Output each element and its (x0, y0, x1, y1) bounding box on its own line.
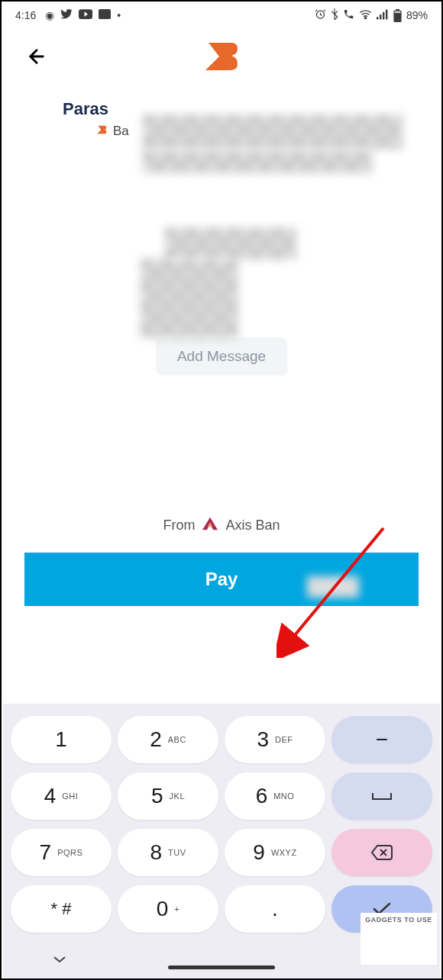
key-5[interactable]: 5JKL (118, 772, 218, 820)
svg-rect-5 (380, 15, 381, 19)
collapse-keyboard-icon[interactable] (52, 950, 67, 968)
key-8[interactable]: 8TUV (118, 829, 218, 876)
wifi-icon (359, 9, 372, 21)
blur-overlay (141, 259, 238, 338)
pay-button[interactable]: Pay (24, 553, 419, 606)
svg-rect-7 (386, 9, 387, 19)
blur-overlay (143, 150, 372, 173)
battery-icon (393, 9, 402, 22)
status-bar: 4:16 ◉ • 89% (2, 2, 441, 29)
key-minus[interactable]: − (331, 716, 432, 763)
app-header (2, 29, 441, 84)
bank-mini-icon (96, 124, 107, 138)
key-dot[interactable]: . (225, 885, 325, 933)
from-bank: Axis Ban (225, 517, 280, 534)
recipient-name: Paras (63, 99, 108, 118)
svg-rect-8 (396, 9, 399, 11)
signal-icon (377, 9, 389, 22)
back-button[interactable] (24, 44, 49, 69)
status-time: 4:16 (15, 9, 36, 21)
key-7[interactable]: 7PQRS (11, 829, 112, 876)
twitter-icon (60, 9, 73, 21)
battery-pct: 89% (406, 9, 428, 21)
from-label: From (163, 517, 195, 534)
key-2[interactable]: 2ABC (118, 716, 218, 763)
key-6[interactable]: 6MNO (225, 772, 325, 820)
key-star-hash[interactable]: * # (11, 885, 112, 933)
call-icon (343, 8, 354, 22)
key-3[interactable]: 3DEF (225, 716, 325, 763)
key-4[interactable]: 4GHI (11, 772, 112, 820)
key-backspace[interactable] (331, 829, 432, 876)
blur-overlay (165, 227, 296, 260)
watermark: GADGETS TO USE (361, 913, 437, 965)
blur-overlay (307, 576, 359, 598)
axis-logo-icon (202, 517, 218, 534)
key-1[interactable]: 1 (11, 716, 112, 763)
paytm-icon (99, 9, 111, 21)
alarm-icon (315, 8, 326, 22)
swiggy-icon: ◉ (45, 9, 54, 21)
svg-point-3 (364, 18, 366, 19)
svg-rect-4 (377, 17, 378, 19)
svg-rect-10 (395, 11, 401, 12)
bank-logo (202, 41, 241, 72)
gesture-bar[interactable] (168, 965, 275, 969)
svg-rect-6 (383, 11, 384, 19)
key-0[interactable]: 0+ (118, 885, 218, 933)
from-row[interactable]: From Axis Ban (2, 517, 441, 534)
key-space[interactable] (331, 772, 432, 820)
key-9[interactable]: 9WXYZ (225, 829, 325, 876)
add-message-button[interactable]: Add Message (156, 337, 287, 376)
bluetooth-icon (331, 8, 338, 22)
recipient-bank: Ba (113, 124, 129, 139)
blur-overlay (143, 114, 403, 150)
svg-rect-1 (99, 9, 111, 19)
more-icon: • (117, 9, 121, 21)
youtube-icon (79, 9, 92, 21)
